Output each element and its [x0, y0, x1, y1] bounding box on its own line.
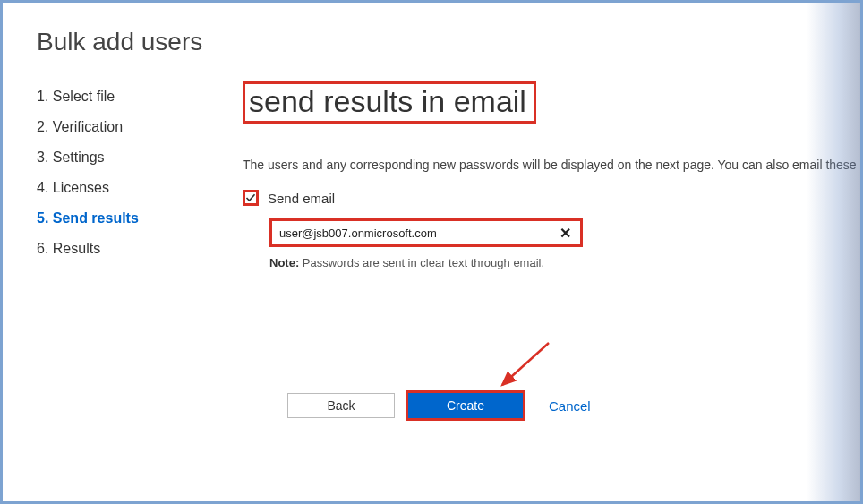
wizard-step-settings[interactable]: 3. Settings — [37, 142, 243, 173]
step-number: 4. — [37, 180, 48, 195]
note-prefix: Note: — [269, 256, 299, 269]
wizard-step-results[interactable]: 6. Results — [37, 234, 243, 264]
step-label: Licenses — [53, 180, 109, 195]
email-input[interactable] — [279, 226, 556, 240]
wizard-steps-sidebar: 1. Select file 2. Verification 3. Settin… — [37, 81, 243, 269]
step-label: Verification — [53, 119, 123, 134]
step-label: Send results — [53, 210, 139, 226]
step-number: 3. — [37, 149, 48, 165]
password-note: Note: Passwords are sent in clear text t… — [269, 256, 857, 269]
send-email-checkbox[interactable] — [243, 190, 259, 206]
main-heading-highlight: send results in email — [243, 81, 536, 124]
step-label: Select file — [53, 89, 115, 104]
wizard-step-select-file[interactable]: 1. Select file — [37, 81, 243, 112]
step-label: Settings — [53, 149, 105, 165]
main-heading: send results in email — [249, 84, 526, 119]
create-button[interactable]: Create — [408, 393, 523, 418]
cancel-link[interactable]: Cancel — [549, 398, 591, 414]
create-button-highlight: Create — [406, 390, 525, 421]
wizard-step-send-results[interactable]: 5. Send results — [37, 203, 243, 234]
main-content: send results in email The users and any … — [243, 81, 863, 269]
page-title: Bulk add users — [3, 3, 860, 56]
checkmark-icon — [245, 192, 256, 203]
svg-line-1 — [502, 343, 549, 385]
description-text: The users and any corresponding new pass… — [243, 158, 857, 172]
step-number: 1. — [37, 89, 48, 104]
email-input-highlight: ✕ — [269, 218, 583, 247]
step-number: 2. — [37, 119, 48, 134]
button-row: Back Create Cancel — [287, 390, 591, 421]
wizard-step-licenses[interactable]: 4. Licenses — [37, 173, 243, 203]
step-number: 5. — [37, 210, 48, 226]
step-label: Results — [53, 241, 100, 256]
send-email-label: Send email — [268, 191, 335, 206]
wizard-step-verification[interactable]: 2. Verification — [37, 112, 243, 142]
note-text: Passwords are sent in clear text through… — [299, 256, 544, 269]
back-button[interactable]: Back — [287, 393, 395, 418]
step-number: 6. — [37, 241, 48, 256]
clear-input-icon[interactable]: ✕ — [556, 225, 575, 242]
